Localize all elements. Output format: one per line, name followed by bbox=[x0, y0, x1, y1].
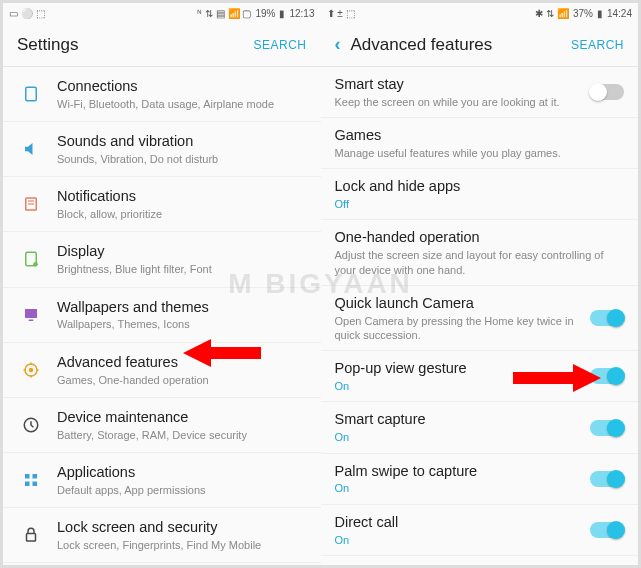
connections-icon bbox=[17, 85, 45, 103]
svg-rect-12 bbox=[33, 474, 38, 479]
settings-item-maintenance[interactable]: Device maintenanceBattery, Storage, RAM,… bbox=[3, 398, 321, 453]
svg-point-5 bbox=[33, 262, 38, 267]
item-sub: Default apps, App permissions bbox=[57, 483, 307, 497]
sound-icon bbox=[17, 140, 45, 158]
toggle-switch[interactable] bbox=[590, 368, 624, 384]
item-label: Pop-up view gesture bbox=[335, 359, 583, 378]
settings-item-lock[interactable]: Lock screen and securityLock screen, Fin… bbox=[3, 508, 321, 563]
lock-icon bbox=[17, 526, 45, 544]
status-icons: ᴺ ⇅ ▤ 📶 ▢ bbox=[197, 8, 251, 19]
item-sub: Wallpapers, Themes, Icons bbox=[57, 317, 307, 331]
page-title: Advanced features bbox=[351, 35, 571, 55]
item-label: Wallpapers and themes bbox=[57, 298, 307, 317]
status-battery: 19% bbox=[255, 8, 275, 19]
toggle-switch[interactable] bbox=[590, 420, 624, 436]
item-label: Display bbox=[57, 242, 307, 261]
feature-item[interactable]: Quick launch CameraOpen Camera by pressi… bbox=[321, 286, 639, 351]
svg-rect-15 bbox=[27, 534, 36, 542]
item-sub: On bbox=[335, 430, 583, 444]
page-title: Settings bbox=[17, 35, 253, 55]
feature-item[interactable]: Smart captureOn bbox=[321, 402, 639, 453]
wallpaper-icon bbox=[17, 306, 45, 324]
feature-item[interactable]: Pop-up view gestureOn bbox=[321, 351, 639, 402]
item-label: Direct call bbox=[335, 513, 583, 532]
item-label: Lock screen and security bbox=[57, 518, 307, 537]
svg-rect-7 bbox=[29, 319, 34, 321]
settings-list: ConnectionsWi-Fi, Bluetooth, Data usage,… bbox=[3, 67, 321, 565]
battery-icon: ▮ bbox=[597, 8, 603, 19]
item-sub: On bbox=[335, 481, 583, 495]
apps-icon bbox=[17, 471, 45, 489]
feature-item[interactable]: Palm swipe to captureOn bbox=[321, 454, 639, 505]
item-label: Lock and hide apps bbox=[335, 177, 625, 196]
status-bar: ▭ ⚪ ⬚ ᴺ ⇅ ▤ 📶 ▢ 19% ▮ 12:13 bbox=[3, 3, 321, 23]
settings-screen: ▭ ⚪ ⬚ ᴺ ⇅ ▤ 📶 ▢ 19% ▮ 12:13 Settings SEA… bbox=[3, 3, 321, 565]
feature-item[interactable]: GamesManage useful features while you pl… bbox=[321, 118, 639, 169]
status-bar: ⬆ ± ⬚ ✱ ⇅ 📶 37% ▮ 14:24 bbox=[321, 3, 639, 23]
item-sub: Games, One-handed operation bbox=[57, 373, 307, 387]
svg-rect-11 bbox=[25, 474, 30, 479]
display-icon bbox=[17, 250, 45, 268]
item-sub: Wi-Fi, Bluetooth, Data usage, Airplane m… bbox=[57, 97, 307, 111]
item-sub: Brightness, Blue light filter, Font bbox=[57, 262, 307, 276]
settings-item-advanced[interactable]: Advanced featuresGames, One-handed opera… bbox=[3, 343, 321, 398]
item-label: One-handed operation bbox=[335, 228, 625, 247]
back-button[interactable]: ‹ bbox=[335, 34, 341, 55]
search-button[interactable]: SEARCH bbox=[571, 38, 624, 52]
item-label: Smart stay bbox=[335, 75, 583, 94]
svg-rect-13 bbox=[25, 482, 30, 487]
toggle-switch[interactable] bbox=[590, 310, 624, 326]
item-label: Device maintenance bbox=[57, 408, 307, 427]
maintenance-icon bbox=[17, 416, 45, 434]
svg-rect-0 bbox=[26, 87, 37, 101]
settings-item-notifications[interactable]: NotificationsBlock, allow, prioritize bbox=[3, 177, 321, 232]
status-icons: ✱ ⇅ 📶 bbox=[535, 8, 569, 19]
item-sub: Adjust the screen size and layout for ea… bbox=[335, 248, 625, 277]
item-label: Connections bbox=[57, 77, 307, 96]
item-label: Palm swipe to capture bbox=[335, 462, 583, 481]
item-sub: On bbox=[335, 379, 583, 393]
status-left-icons: ⬆ ± ⬚ bbox=[327, 8, 355, 19]
settings-item-display[interactable]: DisplayBrightness, Blue light filter, Fo… bbox=[3, 232, 321, 287]
settings-item-connections[interactable]: ConnectionsWi-Fi, Bluetooth, Data usage,… bbox=[3, 67, 321, 122]
item-sub: Battery, Storage, RAM, Device security bbox=[57, 428, 307, 442]
settings-header: Settings SEARCH bbox=[3, 23, 321, 67]
feature-item[interactable]: One-handed operationAdjust the screen si… bbox=[321, 220, 639, 285]
item-label: Quick launch Camera bbox=[335, 294, 583, 313]
settings-item-cloud[interactable]: Cloud and accountsSamsung Cloud, Backup bbox=[3, 563, 321, 565]
item-label: Smart capture bbox=[335, 410, 583, 429]
item-label: Notifications bbox=[57, 187, 307, 206]
item-sub: Manage useful features while you play ga… bbox=[335, 146, 625, 160]
item-label: Games bbox=[335, 126, 625, 145]
item-label: Advanced features bbox=[57, 353, 307, 372]
status-time: 14:24 bbox=[607, 8, 632, 19]
advanced-header: ‹ Advanced features SEARCH bbox=[321, 23, 639, 67]
item-label: Applications bbox=[57, 463, 307, 482]
settings-item-wallpaper[interactable]: Wallpapers and themesWallpapers, Themes,… bbox=[3, 288, 321, 343]
settings-item-apps[interactable]: ApplicationsDefault apps, App permission… bbox=[3, 453, 321, 508]
item-sub: Open Camera by pressing the Home key twi… bbox=[335, 314, 583, 343]
svg-point-9 bbox=[29, 368, 34, 373]
status-left-icons: ▭ ⚪ ⬚ bbox=[9, 8, 45, 19]
feature-item[interactable]: Lock and hide appsOff bbox=[321, 169, 639, 220]
toggle-switch[interactable] bbox=[590, 522, 624, 538]
item-label: Sounds and vibration bbox=[57, 132, 307, 151]
item-sub: Keep the screen on while you are looking… bbox=[335, 95, 583, 109]
toggle-switch[interactable] bbox=[590, 84, 624, 100]
settings-item-sound[interactable]: Sounds and vibrationSounds, Vibration, D… bbox=[3, 122, 321, 177]
status-battery: 37% bbox=[573, 8, 593, 19]
search-button[interactable]: SEARCH bbox=[253, 38, 306, 52]
svg-rect-14 bbox=[33, 482, 38, 487]
feature-item[interactable]: Direct callOn bbox=[321, 505, 639, 556]
svg-rect-6 bbox=[25, 309, 37, 318]
toggle-switch[interactable] bbox=[590, 471, 624, 487]
notifications-icon bbox=[17, 195, 45, 213]
battery-icon: ▮ bbox=[279, 8, 285, 19]
item-sub: Sounds, Vibration, Do not disturb bbox=[57, 152, 307, 166]
advanced-features-screen: ⬆ ± ⬚ ✱ ⇅ 📶 37% ▮ 14:24 ‹ Advanced featu… bbox=[321, 3, 639, 565]
item-sub: On bbox=[335, 533, 583, 547]
item-sub: Block, allow, prioritize bbox=[57, 207, 307, 221]
feature-item[interactable]: Smart stayKeep the screen on while you a… bbox=[321, 67, 639, 118]
status-time: 12:13 bbox=[289, 8, 314, 19]
advanced-icon bbox=[17, 361, 45, 379]
